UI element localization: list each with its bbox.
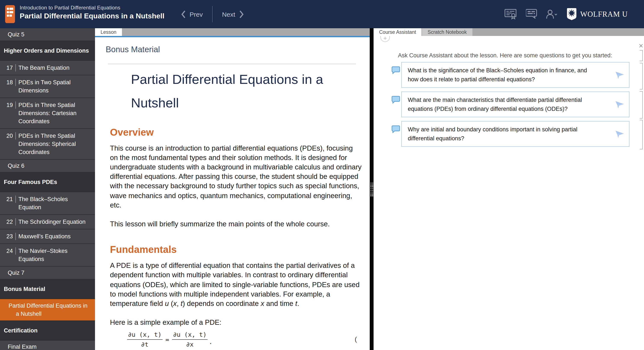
sidebar-item-active-lesson[interactable]: Partial Differential Equations in a Nuts… — [0, 299, 95, 321]
suggested-question-card[interactable]: What is the significance of the Black–Sc… — [402, 62, 630, 88]
assistant-body: + Ask Course Assistant about the lesson.… — [374, 36, 644, 349]
lesson-label: The Navier–Stokes Equations — [16, 247, 92, 263]
lesson-label: The Black–Scholes Equation — [16, 195, 92, 211]
title-divider — [108, 64, 356, 64]
certificate-icon[interactable] — [504, 9, 517, 20]
lesson-panel: Lesson Bonus Material Partial Differenti… — [95, 28, 370, 350]
cell-bracket — [640, 120, 643, 149]
prev-button[interactable]: Prev — [182, 10, 203, 18]
lesson-number: 22 — [0, 218, 13, 226]
tab-lesson[interactable]: Lesson — [95, 28, 122, 36]
send-question-icon[interactable] — [615, 130, 624, 138]
question-card-list: What is the significance of the Black–Sc… — [402, 62, 630, 147]
lesson-label: The Schrödinger Equation — [16, 218, 87, 226]
send-question-icon[interactable] — [615, 100, 624, 109]
page-title: Partial Differential Equations in a Nuts… — [131, 68, 362, 114]
sidebar-item-lesson[interactable]: 18 PDEs in Two Spatial Dimensions — [0, 75, 95, 98]
wolfram-spikey-icon — [566, 8, 577, 20]
chevron-left-icon — [182, 10, 186, 18]
discussion-icon[interactable] — [526, 9, 537, 19]
example-intro: Here is a simple example of a PDE: — [110, 318, 362, 327]
question-text: What is the significance of the Black–Sc… — [408, 67, 587, 82]
tab-course-assistant[interactable]: Course Assistant — [374, 28, 422, 36]
assistant-tabbar: Course Assistant Scratch Notebook — [374, 28, 644, 36]
equals-sign: = — [166, 336, 169, 343]
sidebar-section-header: Bonus Material — [0, 280, 95, 299]
speech-bubble-icon — [392, 96, 400, 104]
lesson-number: 17 — [0, 64, 13, 72]
sidebar-item-lesson[interactable]: 23 Maxwell’s Equations — [0, 229, 95, 244]
fraction-left: ∂u (x, t) ∂t — [127, 332, 162, 348]
wolfram-u-course-window: Introduction to Partial Differential Equ… — [0, 0, 644, 350]
sidebar-item-quiz[interactable]: Final Exam — [0, 340, 95, 350]
fraction-right: ∂u (x, t) ∂x — [172, 332, 208, 348]
cell-bracket — [640, 50, 643, 61]
sidebar-item-quiz[interactable]: Quiz 7 — [0, 266, 95, 280]
sidebar-section-header: Certification — [0, 321, 95, 340]
sidebar-section-header: Higher Orders and Dimensions — [0, 41, 95, 61]
course-title: Introduction to Partial Differential Equ… — [20, 5, 164, 11]
sidebar-item-quiz[interactable]: Quiz 6 — [0, 160, 95, 172]
add-cell-button[interactable]: + — [380, 36, 390, 42]
lesson-label: PDEs in Two Spatial Dimensions — [16, 78, 92, 94]
lesson-tabbar: Lesson — [95, 28, 370, 36]
lesson-label: PDEs in Three Spatial Dimensions: Spheri… — [16, 132, 92, 156]
lesson-label: PDEs in Three Spatial Dimensions: Cartes… — [16, 101, 92, 125]
lesson-nav: Prev Next — [182, 0, 243, 28]
lesson-number: 19 — [0, 101, 13, 125]
fundamentals-heading: Fundamentals — [110, 244, 362, 256]
overview-paragraph: This course is an introduction to partia… — [110, 143, 362, 210]
lesson-number: 21 — [0, 195, 13, 211]
sidebar-item-lesson[interactable]: 22 The Schrödinger Equation — [0, 215, 95, 229]
speech-bubble-icon — [392, 66, 400, 74]
wolfram-u-logo[interactable]: WOLFRAM U — [566, 8, 628, 20]
sidebar-section-header: Four Famous PDEs — [0, 172, 95, 192]
breadcrumb: Bonus Material — [106, 45, 362, 54]
send-question-icon[interactable] — [615, 70, 624, 79]
lesson-number: 20 — [0, 132, 13, 156]
assistant-intro-text: Ask Course Assistant about the lesson. H… — [398, 52, 644, 58]
panel-resize-handle[interactable] — [370, 28, 374, 350]
header-icon-group: WOLFRAM U — [504, 0, 644, 28]
chevron-right-icon — [239, 10, 243, 18]
tab-scratch-notebook[interactable]: Scratch Notebook — [422, 28, 472, 36]
overview-heading: Overview — [110, 126, 362, 138]
lesson-number: 23 — [0, 232, 13, 240]
close-suggestions-icon[interactable] — [639, 44, 643, 48]
suggested-question-card[interactable]: What are the main characteristics that d… — [402, 92, 630, 117]
lesson-content: Bonus Material Partial Differential Equa… — [95, 37, 370, 350]
next-button[interactable]: Next — [222, 10, 244, 18]
sidebar-item-lesson[interactable]: 21 The Black–Scholes Equation — [0, 192, 95, 215]
cell-bracket — [640, 63, 643, 90]
speech-bubble-icon — [392, 125, 400, 133]
lesson-label: The Beam Equation — [16, 64, 71, 72]
equation-number: ( — [355, 336, 357, 343]
sidebar-item-lesson[interactable]: 24 The Navier–Stokes Equations — [0, 244, 95, 266]
drag-dots-icon — [370, 183, 373, 196]
pde-equation: ∂u (x, t) ∂t = ∂u (x, t) ∂x . ( — [127, 332, 362, 348]
question-text: Why are initial and boundary conditions … — [408, 126, 577, 142]
course-outline-icon[interactable] — [5, 5, 15, 23]
next-label: Next — [222, 10, 235, 18]
sidebar-item-lesson[interactable]: 19 PDEs in Three Spatial Dimensions: Car… — [0, 98, 95, 129]
account-menu[interactable] — [546, 9, 558, 19]
sidebar: Quiz 5Higher Orders and Dimensions 17 Th… — [0, 28, 95, 350]
sidebar-item-quiz[interactable]: Quiz 5 — [0, 28, 95, 41]
brand-text: WOLFRAM U — [580, 10, 628, 18]
sidebar-item-lesson[interactable]: 20 PDEs in Three Spatial Dimensions: Sph… — [0, 129, 95, 160]
cell-bracket — [640, 91, 643, 118]
suggested-question-card[interactable]: Why are initial and boundary conditions … — [402, 121, 630, 147]
sidebar-item-lesson[interactable]: 17 The Beam Equation — [0, 61, 95, 75]
assistant-panel: Course Assistant Scratch Notebook + Ask … — [374, 28, 644, 350]
chevron-down-icon — [555, 14, 557, 15]
app-header: Introduction to Partial Differential Equ… — [0, 0, 644, 28]
logo-glyph — [7, 8, 9, 10]
lesson-number: 18 — [0, 78, 13, 94]
lesson-title-header: Partial Differential Equations in a Nuts… — [20, 12, 164, 20]
header-titles: Introduction to Partial Differential Equ… — [20, 5, 164, 20]
nav-separator — [212, 6, 213, 22]
person-icon — [548, 10, 552, 14]
equation-period: . — [209, 338, 212, 345]
lesson-label: Maxwell’s Equations — [16, 232, 72, 240]
overview-paragraph-2: This lesson will briefly summarize the m… — [110, 219, 362, 228]
